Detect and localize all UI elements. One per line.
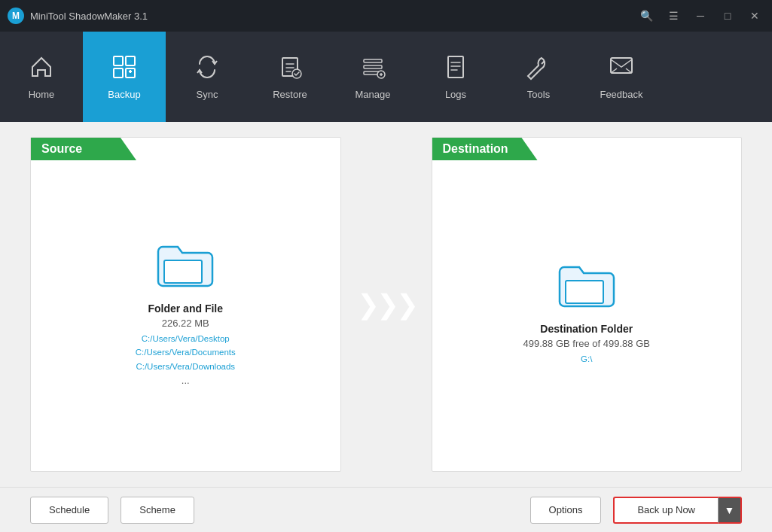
nav-tools[interactable]: Tools xyxy=(497,32,580,122)
logs-icon xyxy=(442,53,469,84)
nav-restore[interactable]: Restore xyxy=(249,32,331,122)
svg-rect-6 xyxy=(364,59,382,62)
destination-free-space: 499.88 GB free of 499.88 GB xyxy=(523,338,650,349)
source-paths: C:/Users/Vera/Desktop C:/Users/Vera/Docu… xyxy=(136,332,236,373)
destination-card[interactable]: Destination Destination Folder 499.88 GB… xyxy=(432,137,743,472)
nav-feedback[interactable]: Feedback xyxy=(580,32,663,122)
nav-logs[interactable]: Logs xyxy=(414,32,497,122)
source-folder-icon xyxy=(155,238,215,293)
restore-icon xyxy=(276,53,304,84)
svg-rect-12 xyxy=(164,260,202,283)
feedback-icon xyxy=(608,53,635,84)
svg-rect-7 xyxy=(364,65,382,68)
destination-title: Destination Folder xyxy=(540,323,633,335)
maximize-button[interactable]: □ xyxy=(716,7,739,25)
source-label: Source xyxy=(31,138,136,160)
source-card[interactable]: Source Folder and File 226.22 MB C:/User… xyxy=(30,137,341,472)
nav-sync-label: Sync xyxy=(197,89,218,100)
backup-icon xyxy=(111,53,138,84)
svg-rect-2 xyxy=(114,68,123,78)
nav-restore-label: Restore xyxy=(273,89,307,100)
nav-bar: Home Backup Sync xyxy=(0,32,772,122)
nav-home-label: Home xyxy=(29,89,55,100)
bottom-bar: Schedule Scheme Options Back up Now ▼ xyxy=(0,487,772,532)
main-content: Source Folder and File 226.22 MB C:/User… xyxy=(0,122,772,487)
svg-rect-13 xyxy=(566,281,603,303)
title-bar: M MiniTool ShadowMaker 3.1 🔍 ☰ ─ □ ✕ xyxy=(0,0,772,32)
arrow-section: ❯❯❯ xyxy=(341,289,432,321)
nav-home[interactable]: Home xyxy=(0,32,83,122)
title-bar-right: 🔍 ☰ ─ □ ✕ xyxy=(635,7,766,25)
source-title: Folder and File xyxy=(148,302,223,315)
nav-sync[interactable]: Sync xyxy=(166,32,249,122)
title-bar-left: M MiniTool ShadowMaker 3.1 xyxy=(8,8,148,24)
nav-tools-label: Tools xyxy=(527,89,550,100)
schedule-button[interactable]: Schedule xyxy=(30,497,108,524)
close-button[interactable]: ✕ xyxy=(743,7,766,25)
nav-manage[interactable]: Manage xyxy=(331,32,414,122)
destination-label: Destination xyxy=(432,138,538,160)
nav-manage-label: Manage xyxy=(355,89,391,100)
nav-backup-label: Backup xyxy=(108,89,140,100)
nav-feedback-label: Feedback xyxy=(600,89,642,100)
chevron-down-icon: ▼ xyxy=(725,504,735,516)
menu-icon: ☰ xyxy=(669,10,679,22)
source-size: 226.22 MB xyxy=(162,318,209,329)
menu-button[interactable]: ☰ xyxy=(662,7,685,25)
close-icon: ✕ xyxy=(750,10,759,22)
destination-folder-icon xyxy=(557,258,617,314)
manage-icon xyxy=(359,53,386,84)
source-path-2: C:/Users/Vera/Documents xyxy=(136,345,236,359)
bottom-left: Schedule Scheme xyxy=(30,497,194,524)
source-path-3: C:/Users/Vera/Downloads xyxy=(136,360,236,373)
source-wrapper: Source Folder and File 226.22 MB C:/User… xyxy=(30,137,341,472)
svg-rect-10 xyxy=(448,56,463,78)
sync-icon xyxy=(194,53,221,84)
maximize-icon: □ xyxy=(725,10,731,22)
search-button[interactable]: 🔍 xyxy=(635,7,658,25)
svg-rect-0 xyxy=(114,56,123,65)
options-button[interactable]: Options xyxy=(530,497,602,524)
tools-icon xyxy=(525,53,552,84)
backup-now-button[interactable]: Back up Now xyxy=(613,497,718,524)
forward-arrows-icon: ❯❯❯ xyxy=(357,289,416,321)
source-ellipsis: ... xyxy=(182,375,190,386)
source-path-1: C:/Users/Vera/Desktop xyxy=(136,332,236,345)
destination-drive: G:\ xyxy=(581,352,592,366)
search-icon: 🔍 xyxy=(640,10,653,22)
app-logo: M xyxy=(8,8,24,24)
app-title: MiniTool ShadowMaker 3.1 xyxy=(30,11,148,22)
destination-wrapper: Destination Destination Folder 499.88 GB… xyxy=(432,137,743,472)
nav-logs-label: Logs xyxy=(445,89,466,100)
scheme-button[interactable]: Scheme xyxy=(121,497,194,524)
svg-rect-1 xyxy=(126,56,135,65)
bottom-right: Options Back up Now ▼ xyxy=(530,497,742,524)
home-icon xyxy=(28,53,55,84)
minimize-button[interactable]: ─ xyxy=(689,7,712,25)
minimize-icon: ─ xyxy=(697,10,704,22)
nav-backup[interactable]: Backup xyxy=(83,32,166,122)
backup-now-group: Back up Now ▼ xyxy=(613,497,742,524)
backup-now-dropdown[interactable]: ▼ xyxy=(718,497,742,524)
